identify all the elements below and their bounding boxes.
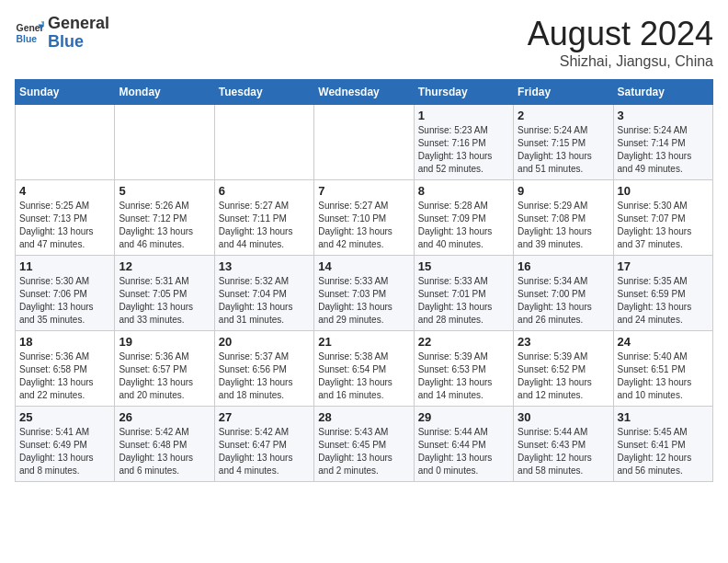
- day-info: Sunrise: 5:27 AM Sunset: 7:10 PM Dayligh…: [318, 200, 409, 251]
- day-number: 17: [618, 259, 709, 273]
- day-info: Sunrise: 5:30 AM Sunset: 7:06 PM Dayligh…: [19, 275, 110, 327]
- col-sunday: Sunday: [16, 80, 115, 105]
- calendar-cell: [16, 105, 115, 180]
- day-info: Sunrise: 5:41 AM Sunset: 6:49 PM Dayligh…: [19, 426, 110, 477]
- day-number: 6: [219, 184, 310, 198]
- calendar-cell: 9Sunrise: 5:29 AM Sunset: 7:08 PM Daylig…: [514, 180, 613, 256]
- calendar-cell: 11Sunrise: 5:30 AM Sunset: 7:06 PM Dayli…: [16, 256, 115, 331]
- day-info: Sunrise: 5:28 AM Sunset: 7:09 PM Dayligh…: [418, 200, 509, 251]
- day-info: Sunrise: 5:42 AM Sunset: 6:47 PM Dayligh…: [219, 426, 310, 477]
- day-info: Sunrise: 5:45 AM Sunset: 6:41 PM Dayligh…: [618, 426, 709, 477]
- day-info: Sunrise: 5:39 AM Sunset: 6:53 PM Dayligh…: [418, 350, 509, 402]
- month-year: August 2024: [528, 15, 713, 53]
- day-number: 10: [618, 184, 709, 198]
- page-header: General Blue General Blue August 2024 Sh…: [15, 15, 713, 70]
- day-info: Sunrise: 5:36 AM Sunset: 6:58 PM Dayligh…: [19, 350, 110, 402]
- calendar-cell: [115, 105, 214, 180]
- logo-general: General: [48, 15, 109, 33]
- calendar-cell: 31Sunrise: 5:45 AM Sunset: 6:41 PM Dayli…: [613, 407, 712, 482]
- col-saturday: Saturday: [613, 80, 712, 105]
- calendar-cell: 1Sunrise: 5:23 AM Sunset: 7:16 PM Daylig…: [414, 105, 513, 180]
- day-number: 7: [318, 184, 409, 198]
- day-number: 22: [418, 335, 509, 349]
- calendar-cell: 14Sunrise: 5:33 AM Sunset: 7:03 PM Dayli…: [314, 256, 414, 331]
- day-info: Sunrise: 5:43 AM Sunset: 6:45 PM Dayligh…: [318, 426, 409, 477]
- day-number: 12: [119, 259, 210, 273]
- logo-text: General Blue: [48, 15, 109, 52]
- day-number: 29: [418, 410, 509, 424]
- day-info: Sunrise: 5:35 AM Sunset: 6:59 PM Dayligh…: [618, 275, 709, 327]
- logo-blue: Blue: [48, 33, 109, 52]
- calendar-body: 1Sunrise: 5:23 AM Sunset: 7:16 PM Daylig…: [16, 105, 713, 482]
- day-number: 11: [19, 259, 110, 273]
- day-number: 20: [219, 335, 310, 349]
- day-number: 24: [618, 335, 709, 349]
- calendar-cell: [214, 105, 313, 180]
- calendar-cell: 20Sunrise: 5:37 AM Sunset: 6:56 PM Dayli…: [214, 331, 313, 407]
- calendar-cell: 8Sunrise: 5:28 AM Sunset: 7:09 PM Daylig…: [414, 180, 513, 256]
- day-info: Sunrise: 5:36 AM Sunset: 6:57 PM Dayligh…: [119, 350, 210, 402]
- day-info: Sunrise: 5:44 AM Sunset: 6:43 PM Dayligh…: [518, 426, 609, 477]
- day-info: Sunrise: 5:24 AM Sunset: 7:14 PM Dayligh…: [618, 124, 709, 176]
- day-info: Sunrise: 5:33 AM Sunset: 7:01 PM Dayligh…: [418, 275, 509, 327]
- col-monday: Monday: [115, 80, 214, 105]
- logo: General Blue General Blue: [15, 15, 109, 52]
- day-info: Sunrise: 5:31 AM Sunset: 7:05 PM Dayligh…: [119, 275, 210, 327]
- calendar-cell: 30Sunrise: 5:44 AM Sunset: 6:43 PM Dayli…: [514, 407, 613, 482]
- day-info: Sunrise: 5:25 AM Sunset: 7:13 PM Dayligh…: [19, 200, 110, 251]
- day-number: 9: [518, 184, 609, 198]
- calendar-cell: 16Sunrise: 5:34 AM Sunset: 7:00 PM Dayli…: [514, 256, 613, 331]
- day-number: 19: [119, 335, 210, 349]
- calendar-cell: 7Sunrise: 5:27 AM Sunset: 7:10 PM Daylig…: [314, 180, 414, 256]
- day-info: Sunrise: 5:24 AM Sunset: 7:15 PM Dayligh…: [518, 124, 609, 176]
- day-info: Sunrise: 5:39 AM Sunset: 6:52 PM Dayligh…: [518, 350, 609, 402]
- day-number: 31: [618, 410, 709, 424]
- calendar-table: Sunday Monday Tuesday Wednesday Thursday…: [15, 79, 713, 482]
- day-number: 3: [618, 109, 709, 122]
- day-number: 28: [318, 410, 409, 424]
- day-info: Sunrise: 5:40 AM Sunset: 6:51 PM Dayligh…: [618, 350, 709, 402]
- calendar-cell: 27Sunrise: 5:42 AM Sunset: 6:47 PM Dayli…: [214, 407, 313, 482]
- calendar-cell: [314, 105, 414, 180]
- col-thursday: Thursday: [414, 80, 513, 105]
- day-number: 23: [518, 335, 609, 349]
- calendar-cell: 12Sunrise: 5:31 AM Sunset: 7:05 PM Dayli…: [115, 256, 214, 331]
- calendar-cell: 26Sunrise: 5:42 AM Sunset: 6:48 PM Dayli…: [115, 407, 214, 482]
- day-number: 15: [418, 259, 509, 273]
- calendar-cell: 24Sunrise: 5:40 AM Sunset: 6:51 PM Dayli…: [613, 331, 712, 407]
- day-number: 26: [119, 410, 210, 424]
- day-number: 30: [518, 410, 609, 424]
- day-info: Sunrise: 5:32 AM Sunset: 7:04 PM Dayligh…: [219, 275, 310, 327]
- day-info: Sunrise: 5:30 AM Sunset: 7:07 PM Dayligh…: [618, 200, 709, 251]
- calendar-cell: 25Sunrise: 5:41 AM Sunset: 6:49 PM Dayli…: [16, 407, 115, 482]
- day-number: 2: [518, 109, 609, 122]
- col-wednesday: Wednesday: [314, 80, 414, 105]
- calendar-cell: 22Sunrise: 5:39 AM Sunset: 6:53 PM Dayli…: [414, 331, 513, 407]
- calendar-cell: 6Sunrise: 5:27 AM Sunset: 7:11 PM Daylig…: [214, 180, 313, 256]
- calendar-cell: 18Sunrise: 5:36 AM Sunset: 6:58 PM Dayli…: [16, 331, 115, 407]
- header-row: Sunday Monday Tuesday Wednesday Thursday…: [16, 80, 713, 105]
- calendar-cell: 29Sunrise: 5:44 AM Sunset: 6:44 PM Dayli…: [414, 407, 513, 482]
- day-info: Sunrise: 5:27 AM Sunset: 7:11 PM Dayligh…: [219, 200, 310, 251]
- calendar-cell: 13Sunrise: 5:32 AM Sunset: 7:04 PM Dayli…: [214, 256, 313, 331]
- day-info: Sunrise: 5:38 AM Sunset: 6:54 PM Dayligh…: [318, 350, 409, 402]
- day-number: 14: [318, 259, 409, 273]
- calendar-cell: 15Sunrise: 5:33 AM Sunset: 7:01 PM Dayli…: [414, 256, 513, 331]
- calendar-cell: 21Sunrise: 5:38 AM Sunset: 6:54 PM Dayli…: [314, 331, 414, 407]
- calendar-week-5: 25Sunrise: 5:41 AM Sunset: 6:49 PM Dayli…: [16, 407, 713, 482]
- svg-text:Blue: Blue: [17, 33, 38, 43]
- day-info: Sunrise: 5:23 AM Sunset: 7:16 PM Dayligh…: [418, 124, 509, 176]
- day-number: 1: [418, 109, 509, 122]
- calendar-cell: 17Sunrise: 5:35 AM Sunset: 6:59 PM Dayli…: [613, 256, 712, 331]
- calendar-cell: 23Sunrise: 5:39 AM Sunset: 6:52 PM Dayli…: [514, 331, 613, 407]
- calendar-cell: 19Sunrise: 5:36 AM Sunset: 6:57 PM Dayli…: [115, 331, 214, 407]
- calendar-week-1: 1Sunrise: 5:23 AM Sunset: 7:16 PM Daylig…: [16, 105, 713, 180]
- day-number: 5: [119, 184, 210, 198]
- day-info: Sunrise: 5:26 AM Sunset: 7:12 PM Dayligh…: [119, 200, 210, 251]
- calendar-week-4: 18Sunrise: 5:36 AM Sunset: 6:58 PM Dayli…: [16, 331, 713, 407]
- calendar-cell: 10Sunrise: 5:30 AM Sunset: 7:07 PM Dayli…: [613, 180, 712, 256]
- day-number: 21: [318, 335, 409, 349]
- day-info: Sunrise: 5:44 AM Sunset: 6:44 PM Dayligh…: [418, 426, 509, 477]
- day-info: Sunrise: 5:29 AM Sunset: 7:08 PM Dayligh…: [518, 200, 609, 251]
- location: Shizhai, Jiangsu, China: [528, 53, 713, 70]
